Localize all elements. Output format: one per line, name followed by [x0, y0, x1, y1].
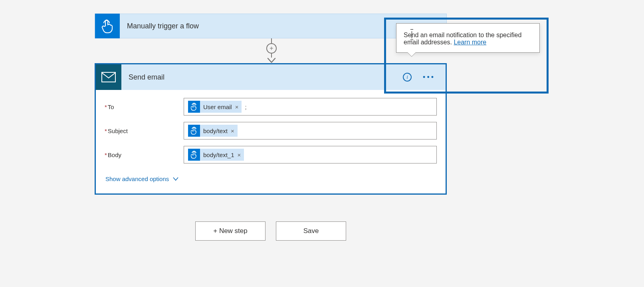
subject-label: Subject: [105, 128, 184, 134]
subject-token[interactable]: body/text ×: [188, 125, 238, 137]
body-token[interactable]: body/text_1 ×: [188, 149, 244, 161]
new-step-button[interactable]: + New step: [195, 221, 266, 241]
learn-more-link[interactable]: Learn more: [454, 39, 486, 46]
subject-row: Subject body/text ×: [105, 122, 437, 140]
finger-tap-icon: [188, 125, 200, 137]
action-body: To User email × ; Subject: [96, 90, 446, 193]
save-label: Save: [303, 227, 319, 235]
trigger-title: Manually trigger a flow: [120, 22, 199, 30]
ellipsis-icon[interactable]: •••: [423, 73, 435, 82]
info-tooltip: Send an email notification to the specif…: [396, 23, 540, 53]
arrow-down-icon: [267, 58, 276, 63]
to-token[interactable]: User email ×: [188, 101, 242, 113]
to-row: To User email × ;: [105, 98, 437, 116]
body-label: Body: [105, 151, 184, 158]
subject-input[interactable]: body/text ×: [184, 122, 437, 140]
send-email-action-card: Send email i ••• To User email × ;: [95, 63, 447, 195]
show-advanced-options-link[interactable]: Show advanced options: [105, 175, 178, 182]
info-icon[interactable]: i: [403, 73, 412, 82]
chevron-down-icon: [173, 177, 178, 181]
close-icon[interactable]: ×: [238, 151, 241, 158]
close-icon[interactable]: ×: [231, 128, 234, 134]
trigger-card[interactable]: Manually trigger a flow: [95, 14, 447, 38]
tooltip-pointer-icon: [408, 52, 416, 56]
body-input[interactable]: body/text_1 ×: [184, 146, 437, 163]
insert-step-button[interactable]: +: [266, 43, 277, 54]
tooltip-text-before: Se: [404, 32, 412, 38]
finger-tap-icon: [188, 149, 200, 161]
connector-arrow: +: [264, 38, 279, 63]
subject-token-label: body/text: [203, 128, 228, 134]
to-token-label: User email: [203, 104, 232, 110]
action-title: Send email: [121, 73, 403, 82]
new-step-label: + New step: [213, 227, 248, 235]
save-button[interactable]: Save: [276, 221, 346, 241]
action-header[interactable]: Send email i •••: [96, 64, 446, 90]
to-trailing: ;: [245, 104, 246, 110]
close-icon[interactable]: ×: [235, 104, 239, 110]
to-label: To: [105, 104, 184, 110]
finger-tap-icon: [188, 101, 200, 113]
flow-designer-canvas: Manually trigger a flow + Send email i •…: [0, 0, 644, 287]
svg-rect-0: [102, 72, 115, 82]
bottom-actions: + New step Save: [95, 221, 447, 241]
body-token-label: body/text_1: [203, 151, 234, 158]
body-row: Body body/text_1 ×: [105, 146, 437, 163]
envelope-icon: [96, 64, 121, 90]
to-input[interactable]: User email × ;: [184, 98, 437, 116]
advanced-label: Show advanced options: [105, 175, 169, 182]
manual-trigger-icon: [95, 14, 120, 38]
